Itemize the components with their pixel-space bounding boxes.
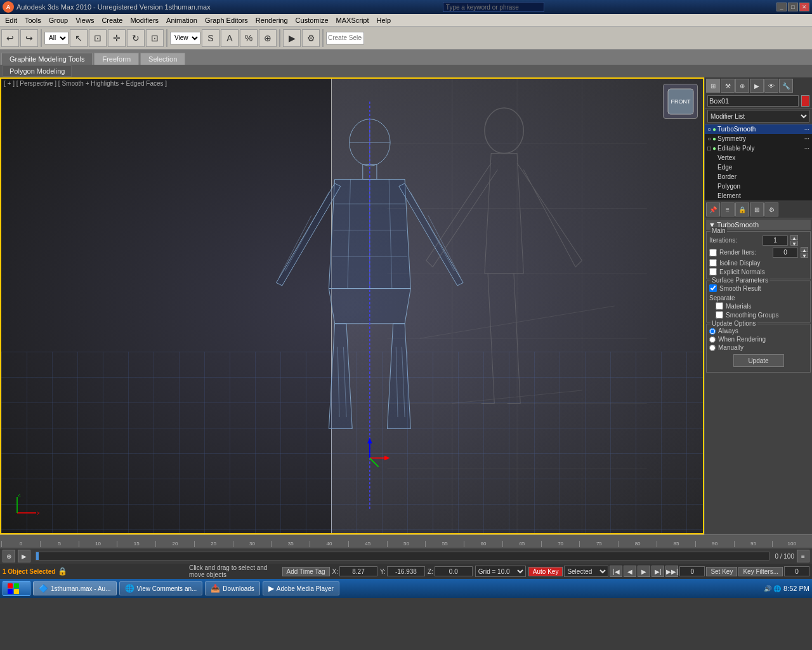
panel-tab-hierarchy[interactable]: ⊕	[735, 79, 749, 93]
stack-item-edge[interactable]: Edge	[705, 162, 812, 172]
taskbar-item-3dsmax[interactable]: 🔷 1sthuman.max - Au...	[33, 581, 117, 595]
close-button[interactable]: ✕	[799, 3, 809, 11]
key-filters-button[interactable]: Key Filters...	[738, 567, 783, 576]
statusbar-icon-1[interactable]: ⊕	[3, 550, 15, 562]
stack-item-symmetry[interactable]: ○ ● Symmetry ···	[705, 134, 812, 143]
move-button[interactable]: ✛	[108, 29, 126, 47]
menu-views[interactable]: Views	[72, 16, 98, 25]
view-dropdown[interactable]: View	[170, 32, 200, 44]
iterations-down[interactable]: ▼	[790, 241, 798, 246]
menu-customize[interactable]: Customize	[292, 16, 332, 25]
object-color-swatch[interactable]	[801, 95, 809, 107]
update-button[interactable]: Update	[733, 354, 784, 367]
config-button[interactable]: ⚙	[764, 202, 778, 216]
selection-set-input[interactable]	[326, 32, 364, 44]
taskbar-item-media[interactable]: ▶ Adobe Media Player	[263, 581, 339, 595]
tab-graphite[interactable]: Graphite Modeling Tools	[1, 53, 93, 65]
panel-tab-motion[interactable]: ▶	[750, 79, 764, 93]
show-all-button[interactable]: ⊞	[750, 202, 764, 216]
menu-graph-editors[interactable]: Graph Editors	[201, 16, 252, 25]
add-time-tag-button[interactable]: Add Time Tag	[282, 567, 330, 576]
stack-item-vertex[interactable]: Vertex	[705, 153, 812, 162]
modifier-list-dropdown[interactable]: Modifier List	[707, 110, 809, 123]
stack-item-element[interactable]: Element	[705, 191, 812, 201]
lock-button[interactable]: 🔒	[735, 202, 749, 216]
panel-tab-display2[interactable]: 👁	[764, 79, 778, 93]
angle-snap[interactable]: A	[221, 29, 239, 47]
iterations-up[interactable]: ▲	[790, 235, 798, 240]
render-settings[interactable]: ⚙	[302, 29, 320, 47]
stack-item-border[interactable]: Border	[705, 172, 812, 182]
statusbar-icon-3[interactable]: ≡	[797, 550, 809, 562]
selected-dropdown[interactable]: Selected	[564, 566, 608, 577]
stack-item-editablepoly[interactable]: □ ● Editable Poly ···	[705, 143, 812, 153]
smooth-result-checkbox[interactable]	[709, 284, 717, 292]
last-frame-button[interactable]: ▶▶|	[665, 566, 678, 577]
search-input[interactable]	[443, 2, 544, 12]
select-region-button[interactable]: ⊡	[89, 29, 107, 47]
x-input[interactable]	[339, 566, 377, 576]
menu-maxscript[interactable]: MAXScript	[332, 16, 373, 25]
menu-edit[interactable]: Edit	[1, 16, 21, 25]
stack-item-turbosmooth[interactable]: ○ ● TurboSmooth ···	[705, 124, 812, 134]
select-button[interactable]: ↖	[70, 29, 88, 47]
isoline-checkbox[interactable]	[709, 259, 717, 267]
iterations-spinner[interactable]: ▲ ▼	[790, 235, 798, 246]
render-iters-down[interactable]: ▼	[801, 253, 808, 258]
first-frame-button[interactable]: |◀	[610, 566, 622, 577]
render-button[interactable]: ▶	[283, 29, 301, 47]
animation-track[interactable]	[36, 552, 769, 560]
minimize-button[interactable]: _	[776, 3, 787, 11]
render-iters-input[interactable]	[773, 248, 798, 258]
coord-dropdown[interactable]: Grid = 10.0	[475, 566, 526, 577]
z-input[interactable]	[435, 566, 473, 576]
current-time-input[interactable]	[679, 566, 705, 576]
rotate-button[interactable]: ↻	[127, 29, 145, 47]
selection-filter[interactable]: All	[44, 32, 69, 44]
next-frame-button[interactable]: ▶|	[652, 566, 664, 577]
panel-tab-display[interactable]: ⊞	[706, 79, 720, 93]
undo-button[interactable]: ↩	[1, 29, 19, 47]
auto-key-button[interactable]: Auto Key	[528, 567, 563, 576]
manually-radio[interactable]	[709, 345, 716, 351]
panel-tab-modify[interactable]: ⚒	[721, 79, 735, 93]
tab-polygon-modeling[interactable]: Polygon Modeling	[3, 65, 72, 77]
nav-cube-display[interactable]: FRONT	[663, 84, 698, 119]
render-iters-spinner[interactable]: ▲ ▼	[801, 247, 808, 258]
smoothing-groups-checkbox[interactable]	[716, 311, 723, 319]
prev-frame-button[interactable]: ◀	[624, 566, 636, 577]
scale-button[interactable]: ⊡	[146, 29, 164, 47]
iterations-input[interactable]	[763, 235, 788, 246]
menu-modifiers[interactable]: Modifiers	[126, 16, 162, 25]
viewport[interactable]: [ + ] [ Perspective ] [ Smooth + Highlig…	[0, 77, 704, 534]
maximize-button[interactable]: □	[788, 3, 798, 11]
menu-animation[interactable]: Animation	[162, 16, 201, 25]
menu-rendering[interactable]: Rendering	[252, 16, 292, 25]
when-rendering-radio[interactable]	[709, 336, 716, 343]
tab-selection[interactable]: Selection	[140, 53, 185, 65]
menu-tools[interactable]: Tools	[21, 16, 45, 25]
snap-toggle[interactable]: S	[202, 29, 219, 47]
y-input[interactable]	[387, 566, 425, 576]
menu-group[interactable]: Group	[45, 16, 72, 25]
pin-icon-button[interactable]: 📌	[706, 202, 720, 216]
taskbar-item-downloads[interactable]: 📥 Downloads	[205, 581, 259, 595]
navigation-cube[interactable]: FRONT	[663, 84, 698, 119]
tab-freeform[interactable]: Freeform	[94, 53, 139, 65]
play-button[interactable]: ▶	[638, 566, 650, 577]
menu-create[interactable]: Create	[98, 16, 126, 25]
panel-tab-utilities[interactable]: 🔧	[779, 79, 793, 93]
start-button[interactable]	[3, 581, 30, 596]
statusbar-icon-2[interactable]: ▶	[18, 550, 30, 562]
object-name-input[interactable]	[707, 95, 799, 107]
set-key-button[interactable]: Set Key	[706, 567, 737, 576]
taskbar-item-browser[interactable]: 🌐 View Comments an...	[119, 581, 203, 595]
max-time-input[interactable]	[784, 566, 809, 576]
stack-item-polygon[interactable]: Polygon	[705, 182, 812, 191]
render-iters-up[interactable]: ▲	[801, 247, 808, 252]
render-iters-checkbox[interactable]	[709, 249, 717, 256]
percent-snap[interactable]: %	[240, 29, 258, 47]
menu-help[interactable]: Help	[373, 16, 395, 25]
materials-checkbox[interactable]	[716, 302, 723, 310]
explicit-normals-checkbox[interactable]	[709, 268, 717, 275]
